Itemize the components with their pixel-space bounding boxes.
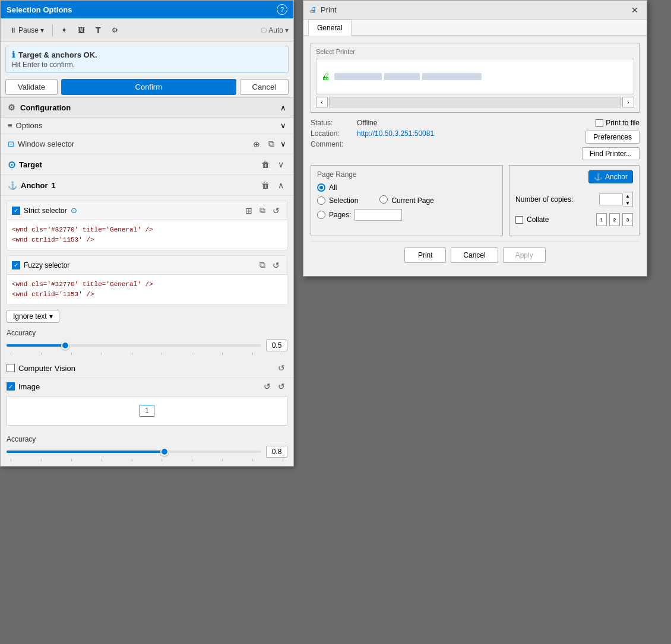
accuracy2-slider-thumb bbox=[160, 448, 169, 456]
info-icon: ℹ bbox=[12, 50, 15, 59]
dialog-close-button[interactable]: ✕ bbox=[629, 4, 641, 16]
dialog-cancel-button[interactable]: Cancel bbox=[451, 248, 498, 263]
copies-spin-down-button[interactable]: ▼ bbox=[623, 199, 632, 207]
printer-info: Status: Offline Location: http://10.50.3… bbox=[311, 119, 434, 148]
image-button[interactable]: 🖼 bbox=[74, 24, 89, 37]
strict-selector-copy-icon[interactable]: ⧉ bbox=[257, 204, 268, 217]
pause-button[interactable]: ⏸ Pause ▾ bbox=[5, 24, 48, 37]
fuzzy-selector-refresh-icon[interactable]: ↺ bbox=[270, 259, 282, 271]
image-label: Image bbox=[18, 382, 40, 391]
collate-icon: 1 2 3 bbox=[596, 213, 633, 226]
fuzzy-selector-checkbox[interactable]: ✓ bbox=[12, 261, 20, 269]
fuzzy-selector-header: ✓ Fuzzy selector ⧉ ↺ bbox=[7, 256, 287, 275]
anchor-delete-icon[interactable]: 🗑 bbox=[259, 179, 272, 191]
accuracy1-section: Accuracy bbox=[1, 326, 293, 360]
cv-refresh-icon[interactable]: ↺ bbox=[276, 362, 287, 374]
window-selector-section[interactable]: ⊡ Window selector ⊕ ⧉ ∨ bbox=[1, 134, 293, 154]
options-section[interactable]: ≡ Options ∨ bbox=[1, 118, 293, 134]
image-checkbox[interactable]: ✓ bbox=[7, 382, 15, 391]
all-radio-row: All bbox=[317, 183, 496, 192]
dialog-titlebar: 🖨 Print ✕ bbox=[303, 1, 647, 20]
fuzzy-selector-copy-icon[interactable]: ⧉ bbox=[257, 259, 268, 271]
accuracy1-value[interactable] bbox=[266, 340, 287, 351]
pause-chevron-icon: ▾ bbox=[40, 26, 44, 34]
current-page-radio-empty[interactable] bbox=[379, 195, 388, 205]
printer-item-icon: 🖨 bbox=[321, 72, 330, 81]
find-printer-button[interactable]: Find Printer... bbox=[582, 147, 640, 160]
copies-input[interactable]: 1 bbox=[599, 193, 623, 205]
selection-radio[interactable] bbox=[317, 196, 325, 205]
strict-selector-header: ✓ Strict selector ⊙ ⊞ ⧉ ↺ bbox=[7, 201, 287, 220]
options-label: Options bbox=[16, 121, 43, 130]
gear-icon: ⚙ bbox=[112, 26, 118, 34]
image-reset-icon[interactable]: ↺ bbox=[261, 380, 273, 392]
printer-scroll-left-button[interactable]: ‹ bbox=[316, 97, 328, 107]
tab-bar: General bbox=[303, 20, 647, 36]
confirm-button[interactable]: Confirm bbox=[61, 79, 236, 95]
preferences-button[interactable]: Preferences bbox=[585, 131, 640, 144]
image-icon: 🖼 bbox=[78, 26, 85, 34]
location-row: Location: http://10.50.3.251:50081 bbox=[311, 129, 434, 138]
window-icon: ⊡ bbox=[8, 139, 14, 148]
target-label: Target bbox=[19, 160, 42, 169]
strict-selector-target-icon: ⊙ bbox=[71, 206, 77, 215]
select-printer-label: Select Printer bbox=[316, 48, 634, 55]
gear-icon: ⚙ bbox=[8, 103, 15, 112]
pause-icon: ⏸ bbox=[10, 26, 17, 34]
help-button[interactable]: ? bbox=[277, 4, 287, 15]
ignore-text-button[interactable]: Ignore text ▾ bbox=[7, 310, 59, 323]
cv-checkbox[interactable] bbox=[7, 364, 15, 372]
accuracy2-value[interactable] bbox=[266, 446, 287, 458]
accuracy2-slider-fill bbox=[7, 451, 164, 453]
copies-spinner: ▲ ▼ bbox=[623, 192, 633, 207]
computer-vision-section: Computer Vision ↺ bbox=[1, 360, 293, 377]
anchor-badge-button[interactable]: ⚓ Anchor bbox=[588, 170, 633, 183]
tab-general[interactable]: General bbox=[308, 20, 352, 36]
text-button[interactable]: T bbox=[91, 23, 105, 37]
target-delete-icon[interactable]: 🗑 bbox=[259, 158, 272, 170]
highlight-button[interactable]: ✦ bbox=[57, 24, 71, 37]
window-selector-copy-icon[interactable]: ⧉ bbox=[266, 138, 277, 150]
pages-input[interactable] bbox=[355, 209, 402, 221]
options-icon: ≡ bbox=[8, 121, 12, 130]
strict-selector-refresh-icon[interactable]: ↺ bbox=[270, 204, 282, 217]
accuracy2-slider-track[interactable] bbox=[7, 451, 261, 453]
printer-scroll-right-button[interactable]: › bbox=[622, 97, 634, 107]
all-radio[interactable] bbox=[317, 183, 325, 192]
accuracy2-section: Accuracy bbox=[1, 433, 293, 466]
collate-checkbox[interactable] bbox=[515, 216, 523, 224]
printer-scrollbar[interactable] bbox=[329, 97, 621, 107]
strict-selector-label: Strict selector bbox=[24, 207, 67, 215]
image-preview: 1 bbox=[7, 396, 287, 426]
action-bar: Validate Confirm Cancel bbox=[1, 77, 293, 98]
print-button[interactable]: Print bbox=[404, 248, 446, 263]
fuzzy-selector-block: ✓ Fuzzy selector ⧉ ↺ <wnd cls='#32770' t… bbox=[7, 255, 287, 305]
auto-dropdown[interactable]: ⬡ Auto ▾ bbox=[261, 26, 289, 34]
print-dialog: 🖨 Print ✕ General Select Printer 🖨 bbox=[303, 0, 647, 277]
strict-selector-layout-icon[interactable]: ⊞ bbox=[243, 204, 255, 217]
accuracy2-label: Accuracy bbox=[7, 435, 287, 443]
pages-label: Pages: bbox=[329, 211, 351, 219]
strict-selector-checkbox[interactable]: ✓ bbox=[12, 207, 20, 215]
anchor-btn-label: Anchor bbox=[605, 173, 628, 181]
window-selector-target-icon[interactable]: ⊕ bbox=[251, 138, 262, 150]
apply-button[interactable]: Apply bbox=[503, 248, 546, 263]
print-to-file-row: Print to file bbox=[596, 119, 640, 127]
configuration-chevron-icon: ∧ bbox=[280, 103, 286, 112]
configuration-section[interactable]: ⚙ Configuration ∧ bbox=[1, 98, 293, 118]
target-chevron-icon[interactable]: ∨ bbox=[276, 158, 286, 170]
print-to-file-checkbox[interactable] bbox=[596, 119, 603, 127]
pages-radio[interactable] bbox=[317, 211, 325, 219]
selection-options-panel: Selection Options ? ⏸ Pause ▾ ✦ 🖼 T ⚙ ⬡ … bbox=[0, 0, 294, 467]
accuracy1-slider-track[interactable] bbox=[7, 344, 261, 347]
image-refresh-icon[interactable]: ↺ bbox=[276, 380, 287, 392]
copies-spin-up-button[interactable]: ▲ bbox=[623, 192, 632, 199]
settings-button[interactable]: ⚙ bbox=[107, 24, 122, 37]
validate-button[interactable]: Validate bbox=[5, 79, 58, 95]
printer-list[interactable]: 🖨 bbox=[316, 59, 634, 94]
cancel-button[interactable]: Cancel bbox=[240, 79, 289, 95]
ignore-text-chevron-icon: ▾ bbox=[49, 312, 53, 321]
strict-selector-block: ✓ Strict selector ⊙ ⊞ ⧉ ↺ <wnd cls='#327… bbox=[7, 201, 287, 250]
anchor-chevron-up-icon[interactable]: ∧ bbox=[276, 179, 286, 191]
auto-chevron-icon: ▾ bbox=[285, 26, 289, 34]
